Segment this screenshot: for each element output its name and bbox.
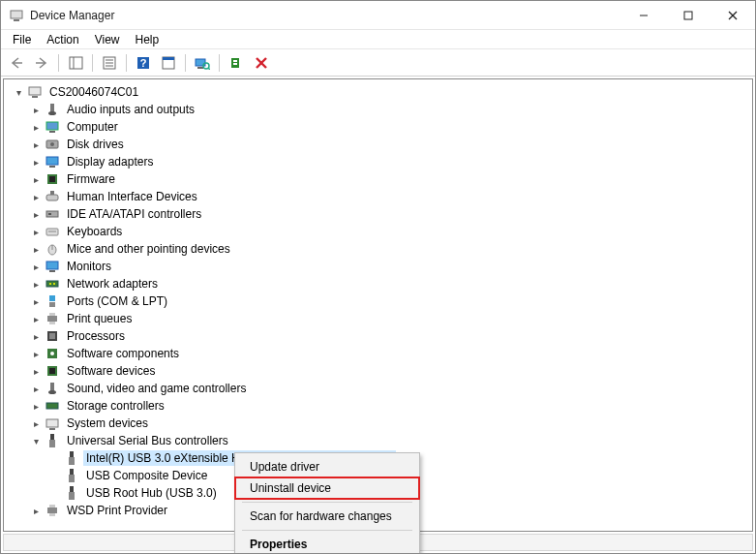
chevron-down-icon[interactable]: ▾: [12, 85, 25, 99]
titlebar: Device Manager: [1, 1, 755, 30]
tree-category[interactable]: ▸Display adapters: [4, 153, 752, 170]
ctx-properties[interactable]: Properties: [236, 534, 418, 554]
tree-category[interactable]: ▸Software devices: [4, 362, 752, 380]
tree-category-label: Human Interface Devices: [64, 189, 200, 204]
chevron-right-icon[interactable]: ▸: [29, 294, 43, 308]
device-category-icon: [45, 241, 60, 257]
tree-category-usb[interactable]: ▾ Universal Serial Bus controllers: [4, 432, 752, 449]
svg-rect-61: [50, 383, 54, 391]
tree-category[interactable]: ▸Storage controllers: [4, 397, 752, 415]
menu-help[interactable]: Help: [128, 31, 167, 48]
chevron-right-icon[interactable]: ▸: [29, 312, 43, 325]
chevron-right-icon[interactable]: ▸: [29, 242, 43, 256]
properties-button[interactable]: [98, 52, 121, 74]
show-hide-tree-button[interactable]: [64, 52, 87, 74]
chevron-right-icon[interactable]: ▸: [29, 329, 43, 343]
ctx-uninstall-device[interactable]: Uninstall device: [236, 477, 418, 499]
device-category-icon: [45, 416, 60, 431]
ctx-scan-hardware[interactable]: Scan for hardware changes: [236, 506, 418, 527]
svg-rect-3: [684, 12, 692, 19]
tree-root[interactable]: ▾ CS20046074C01: [4, 83, 752, 101]
chevron-right-icon[interactable]: ▸: [29, 399, 43, 413]
svg-rect-17: [197, 67, 203, 69]
svg-rect-76: [49, 513, 55, 516]
svg-rect-26: [32, 96, 38, 98]
svg-point-49: [53, 283, 55, 285]
menu-action[interactable]: Action: [39, 31, 86, 48]
device-category-icon: [45, 293, 60, 309]
svg-point-58: [50, 352, 54, 355]
device-category-icon: [45, 171, 60, 187]
usb-icon: [64, 450, 79, 466]
tree-category[interactable]: ▸Mice and other pointing devices: [4, 240, 752, 258]
device-category-icon: [45, 398, 60, 414]
chevron-right-icon[interactable]: ▸: [29, 155, 43, 169]
tree-category[interactable]: ▸Print queues: [4, 310, 752, 327]
svg-rect-37: [46, 195, 58, 200]
svg-point-62: [48, 390, 56, 394]
action-list-button[interactable]: [157, 52, 180, 74]
device-category-icon: [45, 224, 60, 239]
tree-category[interactable]: ▸Sound, video and game controllers: [4, 380, 752, 397]
tree-category[interactable]: ▸Software components: [4, 345, 752, 362]
window-title: Device Manager: [30, 9, 621, 22]
chevron-right-icon[interactable]: ▸: [29, 382, 43, 395]
chevron-right-icon[interactable]: ▸: [29, 138, 43, 151]
scan-hardware-button[interactable]: [191, 52, 214, 74]
toolbar-separator: [92, 54, 93, 72]
tree-category[interactable]: ▸Processors: [4, 327, 752, 345]
chevron-right-icon[interactable]: ▸: [29, 504, 43, 517]
close-button[interactable]: [711, 1, 755, 29]
tree-category[interactable]: ▸Computer: [4, 118, 752, 136]
tree-category[interactable]: ▸Ports (COM & LPT): [4, 292, 752, 310]
menu-file[interactable]: File: [5, 31, 39, 48]
tree-category[interactable]: ▸Monitors: [4, 258, 752, 275]
chevron-right-icon[interactable]: ▸: [29, 172, 43, 186]
device-category-icon: [45, 154, 60, 169]
back-button[interactable]: [5, 52, 28, 74]
minimize-button[interactable]: [621, 1, 666, 29]
uninstall-device-button[interactable]: [250, 52, 273, 74]
chevron-right-icon[interactable]: ▸: [29, 277, 43, 291]
tree-category[interactable]: ▸IDE ATA/ATAPI controllers: [4, 205, 752, 223]
tree-category[interactable]: ▸Disk drives: [4, 136, 752, 153]
tree-category[interactable]: ▸Firmware: [4, 170, 752, 188]
forward-button[interactable]: [30, 52, 53, 74]
chevron-right-icon[interactable]: ▸: [29, 120, 43, 134]
toolbar-separator: [58, 54, 59, 72]
chevron-right-icon[interactable]: ▸: [29, 347, 43, 360]
help-button[interactable]: ?: [132, 52, 155, 74]
chevron-right-icon[interactable]: ▸: [29, 416, 43, 430]
svg-rect-0: [11, 11, 22, 18]
add-legacy-hardware-button[interactable]: [225, 52, 248, 74]
tree-category[interactable]: ▸Keyboards: [4, 223, 752, 240]
tree-category[interactable]: ▸Network adapters: [4, 275, 752, 292]
chevron-right-icon[interactable]: ▸: [29, 190, 43, 203]
tree-category-label: Processors: [64, 328, 128, 344]
tree-category[interactable]: ▸Audio inputs and outputs: [4, 101, 752, 118]
maximize-button[interactable]: [666, 1, 711, 29]
svg-point-48: [49, 283, 51, 285]
chevron-down-icon[interactable]: ▾: [29, 434, 43, 447]
tree-category[interactable]: ▸System devices: [4, 415, 752, 432]
chevron-right-icon[interactable]: ▸: [29, 364, 43, 378]
svg-rect-70: [70, 469, 74, 475]
tree-category[interactable]: ▸Human Interface Devices: [4, 188, 752, 205]
usb-icon: [64, 485, 79, 501]
tree-category-label: Mice and other pointing devices: [64, 241, 233, 257]
ctx-update-driver[interactable]: Update driver: [236, 456, 418, 477]
tree-category-label: IDE ATA/ATAPI controllers: [64, 206, 204, 222]
svg-rect-29: [46, 122, 58, 130]
device-category-icon: [45, 102, 60, 117]
svg-rect-60: [49, 368, 55, 374]
chevron-right-icon[interactable]: ▸: [29, 260, 43, 273]
chevron-right-icon[interactable]: ▸: [29, 207, 43, 221]
tree-category-label: Monitors: [64, 259, 114, 274]
device-category-icon: [45, 276, 60, 292]
svg-rect-68: [70, 451, 74, 457]
chevron-right-icon[interactable]: ▸: [29, 103, 43, 116]
device-category-icon: [45, 259, 60, 274]
chevron-right-icon[interactable]: ▸: [29, 225, 43, 238]
menu-view[interactable]: View: [87, 31, 128, 48]
tree-category-label: Software devices: [64, 363, 158, 379]
